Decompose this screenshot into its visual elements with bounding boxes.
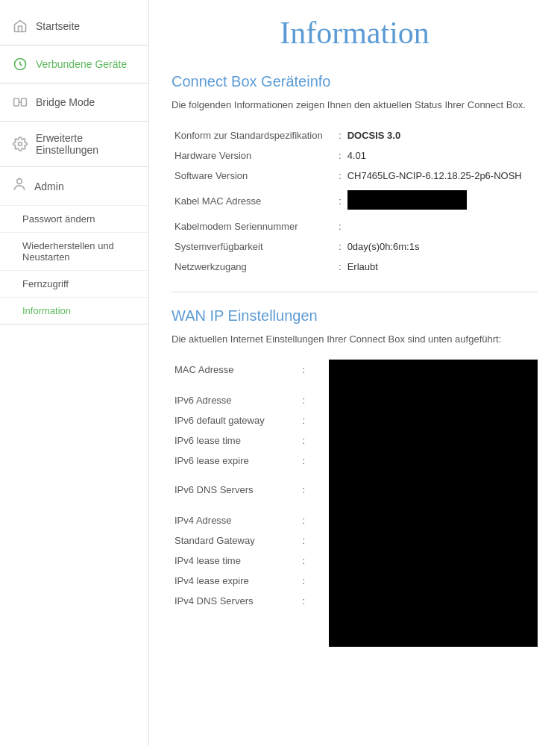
sidebar-sub-item-label: Fernzugriff [22,278,69,289]
table-row: IPv4 DNS Servers : [172,591,314,611]
table-row: IPv6 lease time : [172,430,314,451]
row-sep: : [336,216,345,236]
sidebar-sub-item-label: Passwort ändern [22,213,95,225]
sidebar-item-label: Verbundene Geräte [36,58,127,70]
row-value [345,186,538,216]
row-label: IPv6 DNS Servers [172,480,299,500]
svg-rect-2 [22,98,27,106]
row-sep: : [299,530,308,551]
row-label: IPv6 default gateway [172,410,299,430]
row-label: IPv4 lease expire [172,571,299,591]
row-sep: : [336,257,345,277]
row-sep: : [336,125,345,145]
row-sep: : [299,510,308,530]
sidebar-sub-item-label: Information [22,305,71,316]
device-info-table: Konform zur Standardspezifikation : DOCS… [172,125,538,277]
table-row: Kabelmodem Seriennummer : [172,216,538,236]
row-label: IPv4 Adresse [172,510,299,530]
sidebar-sub-item-passwort[interactable]: Passwort ändern [0,205,148,232]
svg-rect-1 [14,98,19,106]
row-label: Kabelmodem Seriennummer [172,216,336,236]
table-row [172,500,314,510]
row-value [308,571,314,591]
row-value [308,451,314,471]
table-row [172,380,314,390]
main-content: Information Connect Box Geräteinfo Die f… [149,0,560,746]
sidebar-item-erweiterte-einstellungen[interactable]: Erweiterte Einstellungen [0,122,148,167]
device-info-section: Connect Box Geräteinfo Die folgenden Inf… [172,73,538,277]
row-label: Systemverfügbarkeit [172,236,336,257]
wan-ip-section: WAN IP Einstellungen Die aktuellen Inter… [172,307,538,647]
page-title: Information [172,15,538,51]
table-row: Systemverfügbarkeit : 0day(s)0h:6m:1s [172,236,538,257]
row-label: IPv6 lease time [172,430,299,451]
table-row: Netzwerkzugang : Erlaubt [172,257,538,277]
row-value [308,510,314,530]
row-value: DOCSIS 3.0 [345,125,538,145]
row-sep: : [336,166,345,186]
devices-icon [12,56,28,72]
table-row: IPv6 lease expire : [172,451,314,471]
row-value [308,360,314,380]
table-row: Standard Gateway : [172,530,314,551]
section-divider [172,292,538,292]
sidebar-item-label: Bridge Mode [36,96,95,108]
table-row: IPv4 lease time : [172,551,314,571]
row-sep: : [299,551,308,571]
row-label: Kabel MAC Adresse [172,186,336,216]
wan-ip-table: MAC Adresse : IPv6 Adresse : IPv6 defaul… [172,360,314,611]
device-info-desc: Die folgenden Informationen zeigen Ihnen… [172,99,538,110]
row-label: IPv4 DNS Servers [172,591,299,611]
sidebar-item-admin[interactable]: Admin [0,167,148,205]
admin-icon [12,178,27,195]
row-value [308,591,314,611]
row-value: 4.01 [345,145,538,166]
row-value [308,390,314,410]
device-info-title: Connect Box Geräteinfo [172,73,538,90]
row-sep: : [299,451,308,471]
row-sep: : [299,360,308,380]
row-sep: : [299,390,308,410]
table-row: IPv4 Adresse : [172,510,314,530]
row-label: IPv6 Adresse [172,390,299,410]
row-sep: : [336,145,345,166]
row-sep: : [299,430,308,451]
table-row: IPv4 lease expire : [172,571,314,591]
table-row: Hardware Version : 4.01 [172,145,538,166]
table-row: IPv6 default gateway : [172,410,314,430]
sidebar-sub-item-fernzugriff[interactable]: Fernzugriff [0,270,148,297]
table-row: Kabel MAC Adresse : [172,186,538,216]
row-value: Erlaubt [345,257,538,277]
sidebar-sub-item-wiederherstellen[interactable]: Wiederherstellen und Neustarten [0,232,148,270]
table-row: MAC Adresse : [172,360,314,380]
sidebar-item-bridge-mode[interactable]: Bridge Mode [0,84,148,122]
bridge-icon [12,94,28,110]
row-label: MAC Adresse [172,360,299,380]
sidebar-item-startseite[interactable]: Startseite [0,7,148,46]
mac-address-redacted [347,190,467,210]
row-label: IPv6 lease expire [172,451,299,471]
row-value [345,216,538,236]
admin-label: Admin [34,181,64,192]
row-value: 0day(s)0h:6m:1s [345,236,538,257]
row-sep: : [299,591,308,611]
row-sep: : [336,236,345,257]
wan-ip-desc: Die aktuellen Internet Einstellungen Ihr… [172,333,538,345]
row-sep: : [299,571,308,591]
sidebar-item-label: Erweiterte Einstellungen [36,132,136,156]
sidebar-item-label: Startseite [36,20,80,32]
sidebar-item-verbundene-geraete[interactable]: Verbundene Geräte [0,46,148,84]
table-row: IPv6 DNS Servers : [172,480,314,500]
svg-point-4 [19,142,22,146]
settings-icon [12,136,28,152]
sidebar-sub-item-label: Wiederherstellen und Neustarten [22,240,114,263]
table-row: Konform zur Standardspezifikation : DOCS… [172,125,538,145]
wan-ip-content: MAC Adresse : IPv6 Adresse : IPv6 defaul… [172,360,538,647]
sidebar-sub-item-information[interactable]: Information [0,297,148,324]
table-row: Software Version : CH7465LG-NCIP-6.12.18… [172,166,538,186]
wan-ip-title: WAN IP Einstellungen [172,307,538,325]
row-label: Software Version [172,166,336,186]
row-label: Standard Gateway [172,530,299,551]
sidebar-admin-group: Admin Passwort ändern Wiederherstellen u… [0,167,148,325]
row-value [308,480,314,500]
